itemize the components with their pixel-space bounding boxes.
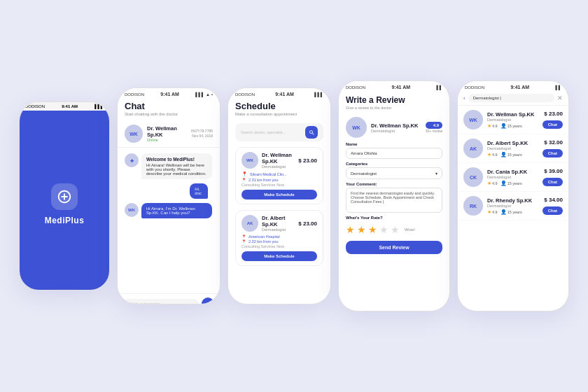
back-button[interactable]: ‹ (463, 95, 465, 102)
star-4[interactable]: ★ (379, 224, 388, 235)
review-doc-rating: 4.9 30+ review (426, 122, 442, 133)
doctor-avatar: WK (125, 125, 143, 143)
sched-doc2-services: Consulting Services Now (241, 244, 317, 248)
sched-doc1-distance: 📍 2.31 km from you (241, 178, 317, 182)
close-button[interactable]: ✕ (557, 94, 563, 102)
schedule-search-bar[interactable]: Search doctor, specialist... (235, 123, 323, 141)
categories-select[interactable]: Dermatologist ▾ (346, 167, 442, 179)
sched-doc2-avatar: AK (241, 215, 258, 232)
list-doc4-years: 👤15 years (500, 209, 522, 215)
welcome-bubble: Welcome to MediPlus! Hi Ainara! Wellman … (141, 153, 212, 179)
list-doc4-name: Dr. Rhendy Sp.KK (487, 197, 538, 204)
list-doc1-right: $ 23.00 Chat (542, 111, 563, 129)
sched-doc2-name: Dr. Albert Sp.KK (262, 215, 295, 227)
list-doc3-chat-btn[interactable]: Chat (542, 178, 563, 186)
rev-signal: ▌▌ (436, 85, 442, 90)
list-doc3-rating: ★4.9 (487, 181, 498, 186)
doctor-bubble: Hi Ainara, I'm Dr. Wellman Sp.KK. Can I … (141, 203, 212, 218)
list-doc2-price: $ 32.00 (544, 139, 563, 146)
star-2[interactable]: ★ (357, 224, 366, 235)
list-doc1-years: 👤15 years (500, 123, 522, 129)
sched-signal: ▌▌▌ (314, 92, 323, 97)
pin-icon: 📍 (241, 172, 248, 177)
bot-avatar: ✚ (125, 153, 139, 167)
app-logo (51, 183, 78, 210)
schedule-card-1: WK Dr. Wellman Sp.KK Dermatologist $ 23.… (235, 147, 323, 204)
comment-textarea[interactable]: Find the nearest dermatologist easily an… (346, 188, 442, 213)
list-doc2-years: 👤15 years (500, 152, 522, 158)
list-doc4-price: $ 34.00 (544, 197, 563, 203)
star-5[interactable]: ★ (391, 224, 400, 235)
list-carrier: DODISON (465, 85, 484, 90)
list-doc1-spec: Dermatologist (487, 118, 538, 122)
sched-time: 9:41 AM (275, 92, 294, 97)
chat-screen: DODISON 9:41 AM ▌▌▌ ▲ ▪ Chat Start chatt… (117, 88, 220, 304)
schedule-screen: DODISON 9:41 AM ▌▌▌ Schedule Make a cons… (227, 88, 331, 304)
list-doc2-chat-btn[interactable]: Chat (542, 149, 563, 158)
list-doc2-rating: ★4.9 (487, 152, 498, 158)
welcome-text: Hi Ainara! Wellman will be here with you… (146, 163, 206, 176)
review-title: Write a Review (346, 95, 442, 105)
name-label: Name (346, 142, 442, 146)
list-doc2-meta: ★4.9 👤15 years (487, 152, 538, 158)
review-subtitle: Give a review to the doctor (346, 106, 442, 110)
wifi-icon: ▲ (206, 92, 210, 97)
list-doc2-name: Dr. Albert Sp.KK (487, 140, 538, 146)
list-doc4-avatar: RK (463, 196, 483, 216)
chat-input-bar[interactable]: Write a message... + (118, 293, 220, 304)
stars-container[interactable]: ★ ★ ★ ★ ★ Wow! (339, 224, 449, 238)
search-button[interactable] (305, 126, 318, 139)
submit-review-button[interactable]: Send Review (346, 241, 442, 254)
list-doc3-spec: Dermatologist (487, 175, 538, 179)
review-doc-avatar: WK (346, 117, 367, 138)
search-value: Dermatologist | (473, 96, 501, 100)
star-1[interactable]: ★ (346, 224, 355, 235)
rev-carrier: DODISON (346, 85, 365, 90)
sched-doc2-location: 📍 American Hospital (241, 234, 317, 239)
name-input[interactable]: Ainara Ofishia (346, 148, 442, 159)
sched-doc2-spec: Dermatologist (262, 227, 295, 232)
signal-icon: ▌▌▌ (195, 92, 204, 97)
chat-input[interactable]: Write a message... (123, 299, 199, 304)
categories-value: Dermatologist (351, 172, 377, 176)
list-doc4-spec: Dermatologist (487, 204, 538, 208)
list-doc4-chat-btn[interactable]: Chat (542, 206, 563, 215)
rating-group: What's Your Rate? (339, 216, 449, 224)
list-signal: ▌▌ (555, 85, 561, 90)
sched-carrier: DODISON (235, 92, 255, 97)
list-doc2-spec: Dermatologist (487, 146, 538, 150)
sched-doc1-info: Dr. Wellman Sp.KK Dermatologist (262, 152, 295, 169)
schedule-title: Schedule (235, 101, 323, 111)
list-doc3-years: 👤15 years (500, 181, 522, 186)
wow-label: Wow! (405, 227, 415, 232)
list-doc3-meta: ★4.9 👤15 years (487, 181, 538, 186)
list-doc3-price: $ 39.00 (544, 168, 563, 174)
review-count: 30+ review (426, 129, 442, 133)
list-doc1-rating: ★4.9 (487, 123, 498, 129)
doctor-info: Dr. Wellman Sp.KK Online (147, 125, 191, 142)
list-time: 9:41 AM (510, 85, 529, 90)
list-doc1-avatar: WK (463, 110, 483, 130)
user-bubble: Hi, doc (190, 183, 208, 199)
chevron-down-icon: ▾ (435, 171, 438, 176)
splash-carrier: DODISON (25, 104, 45, 108)
sched-doc1-services: Consulting Services Now (241, 183, 317, 187)
make-schedule-btn-1[interactable]: Make Schedule (241, 190, 317, 200)
star-3[interactable]: ★ (368, 224, 377, 235)
list-doc4-meta: ★4.9 👤15 years (487, 209, 538, 215)
splash-signal: ▌▌▌ (94, 104, 104, 108)
send-button[interactable]: + (202, 298, 214, 304)
list-search-input[interactable]: Dermatologist | (468, 94, 554, 102)
sched-doc1-avatar: WK (241, 152, 258, 169)
pin-icon2: 📍 (241, 234, 246, 239)
list-item: RK Dr. Rhendy Sp.KK Dermatologist ★4.9 👤… (458, 192, 568, 220)
schedule-subtitle: Make a consultation appointment (235, 112, 323, 116)
list-doc1-chat-btn[interactable]: Chat (542, 120, 563, 129)
list-doc1-price: $ 23.00 (544, 111, 563, 117)
list-doc3-avatar: CK (463, 167, 483, 187)
welcome-message: ✚ Welcome to MediPlus! Hi Ainara! Wellma… (125, 153, 213, 179)
make-schedule-btn-2[interactable]: Make Schedule (241, 251, 317, 261)
battery-icon: ▪ (211, 92, 213, 97)
search-text: Search doctor, specialist... (241, 130, 302, 134)
chat-time: 9:41 AM (160, 92, 179, 97)
